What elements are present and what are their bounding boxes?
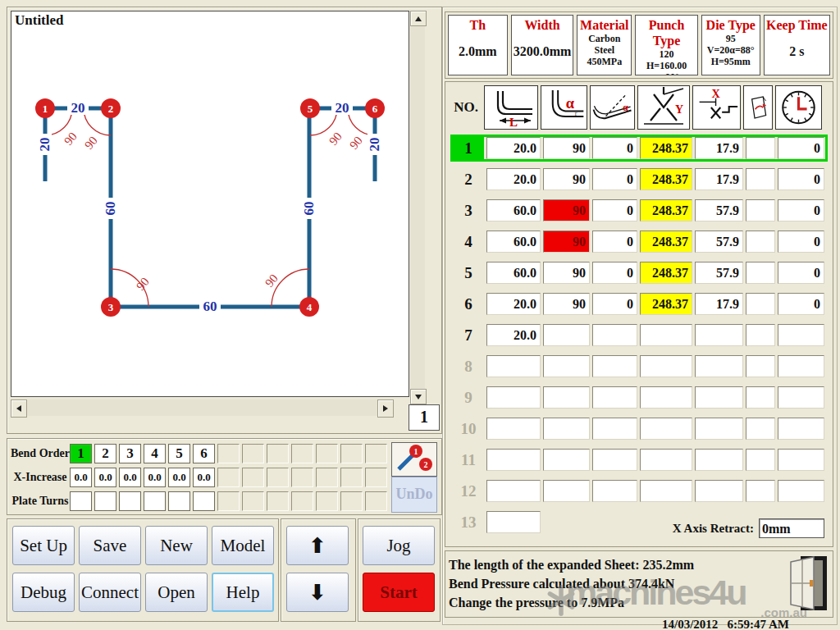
row-number[interactable]: 1 — [453, 137, 484, 159]
table-cell[interactable]: 0 — [592, 137, 637, 159]
bend-order-cell[interactable]: 6 — [193, 444, 215, 463]
table-cell[interactable] — [486, 386, 541, 409]
param-punch-type[interactable]: Punch Type120H=160.00α=90° — [635, 15, 698, 75]
table-cell[interactable]: 0 — [592, 199, 637, 221]
x-axis-retract-input[interactable]: 0mm — [759, 518, 824, 538]
table-cell[interactable] — [543, 386, 590, 409]
bend-order-cell[interactable]: 2 — [94, 444, 116, 463]
table-cell[interactable] — [543, 324, 590, 346]
table-cell[interactable] — [695, 449, 743, 471]
row-number[interactable]: 13 — [453, 514, 484, 532]
row-number[interactable]: 10 — [453, 420, 484, 438]
vertical-scroll-track[interactable] — [410, 26, 425, 389]
debug-button[interactable]: Debug — [12, 573, 75, 612]
table-cell[interactable]: 60.0 — [486, 199, 541, 221]
table-cell[interactable] — [746, 293, 775, 315]
table-cell[interactable]: 248.37 — [640, 137, 692, 159]
move-up-button[interactable]: ⬆ — [286, 526, 349, 565]
table-cell[interactable] — [486, 355, 541, 377]
row-number[interactable]: 6 — [453, 295, 484, 313]
row-number[interactable]: 4 — [453, 233, 484, 251]
row-number[interactable]: 9 — [453, 389, 484, 407]
table-cell[interactable]: 20.0 — [486, 137, 541, 159]
param-die-type[interactable]: Die Type95V=20α=88°H=95mm — [701, 15, 760, 75]
table-cell[interactable] — [746, 137, 775, 159]
table-cell[interactable] — [486, 480, 541, 502]
table-cell[interactable] — [543, 355, 590, 377]
table-cell[interactable] — [486, 449, 541, 471]
x-increase-cell[interactable]: 0.0 — [119, 468, 141, 487]
vertical-scrollbar[interactable] — [410, 11, 425, 404]
table-cell[interactable]: 17.9 — [695, 293, 743, 315]
table-cell[interactable] — [592, 324, 637, 346]
param-width[interactable]: Width3200.0mm — [511, 15, 574, 75]
table-cell[interactable] — [778, 449, 824, 471]
table-cell[interactable] — [746, 262, 775, 284]
table-cell[interactable] — [746, 324, 775, 346]
bend-order-cell[interactable]: 4 — [144, 444, 166, 463]
scroll-down-button[interactable] — [410, 389, 427, 404]
table-cell[interactable]: 90 — [543, 262, 590, 284]
table-cell[interactable] — [695, 324, 743, 346]
plate-turns-cell[interactable] — [119, 491, 141, 511]
table-cell[interactable]: 248.37 — [640, 199, 692, 221]
table-cell[interactable] — [746, 418, 775, 440]
table-cell[interactable] — [746, 231, 775, 253]
table-cell[interactable] — [592, 386, 637, 409]
table-cell[interactable] — [778, 386, 824, 409]
bend-order-cell[interactable]: 5 — [168, 444, 190, 463]
horizontal-scrollbar[interactable] — [11, 399, 394, 416]
table-cell[interactable] — [695, 355, 743, 377]
plate-turns-cell[interactable] — [70, 491, 92, 511]
bend-order-cell[interactable]: 3 — [119, 444, 141, 463]
table-cell[interactable]: 20.0 — [486, 324, 541, 346]
scroll-right-button[interactable] — [377, 399, 394, 418]
table-cell[interactable]: 0 — [778, 293, 824, 315]
table-cell[interactable]: 17.9 — [695, 137, 743, 159]
model-button[interactable]: Model — [212, 526, 274, 565]
x-increase-cell[interactable]: 0.0 — [144, 468, 166, 487]
horizontal-scroll-track[interactable] — [27, 399, 377, 416]
table-cell[interactable]: 248.37 — [640, 293, 692, 315]
open-button[interactable]: Open — [145, 573, 208, 612]
table-cell[interactable] — [746, 480, 775, 502]
help-button[interactable]: Help — [212, 573, 274, 612]
bend-order-icon-button[interactable]: 1 2 — [391, 442, 437, 477]
table-cell[interactable] — [778, 324, 824, 346]
table-cell[interactable]: 90 — [543, 231, 590, 253]
table-cell[interactable] — [695, 480, 743, 502]
table-cell[interactable] — [592, 418, 637, 440]
table-cell[interactable]: 20.0 — [486, 293, 541, 315]
row-number[interactable]: 3 — [453, 202, 484, 220]
table-cell[interactable]: 0 — [592, 293, 637, 315]
param-keep-time[interactable]: Keep Time2 s — [764, 15, 830, 75]
table-cell[interactable]: 0 — [778, 231, 824, 253]
row-number[interactable]: 11 — [453, 451, 484, 469]
setup-button[interactable]: Set Up — [12, 526, 75, 565]
table-cell[interactable]: 248.37 — [640, 168, 692, 190]
table-cell[interactable] — [543, 449, 590, 471]
x-increase-cell[interactable]: 0.0 — [193, 468, 215, 487]
table-cell[interactable] — [640, 449, 692, 471]
jog-button[interactable]: Jog — [363, 526, 435, 565]
table-cell[interactable] — [592, 449, 637, 471]
connect-button[interactable]: Connect — [79, 573, 141, 612]
table-cell[interactable] — [592, 355, 637, 377]
move-down-button[interactable]: ⬇ — [286, 573, 349, 612]
plate-turns-cell[interactable] — [193, 491, 215, 511]
table-cell[interactable] — [746, 386, 775, 409]
table-cell[interactable]: 90 — [543, 168, 590, 190]
table-cell[interactable] — [640, 324, 692, 346]
table-cell[interactable]: 60.0 — [486, 231, 541, 253]
row-number[interactable]: 8 — [453, 358, 484, 376]
table-cell[interactable]: 248.37 — [640, 231, 692, 253]
scroll-up-button[interactable] — [410, 11, 427, 26]
table-cell[interactable] — [778, 355, 824, 377]
x-increase-cell[interactable]: 0.0 — [70, 468, 92, 487]
table-cell[interactable] — [778, 418, 824, 440]
table-cell[interactable] — [486, 511, 541, 533]
start-button[interactable]: Start — [363, 573, 435, 612]
table-cell[interactable]: 248.37 — [640, 262, 692, 284]
table-cell[interactable] — [695, 386, 743, 409]
table-cell[interactable] — [640, 480, 692, 502]
